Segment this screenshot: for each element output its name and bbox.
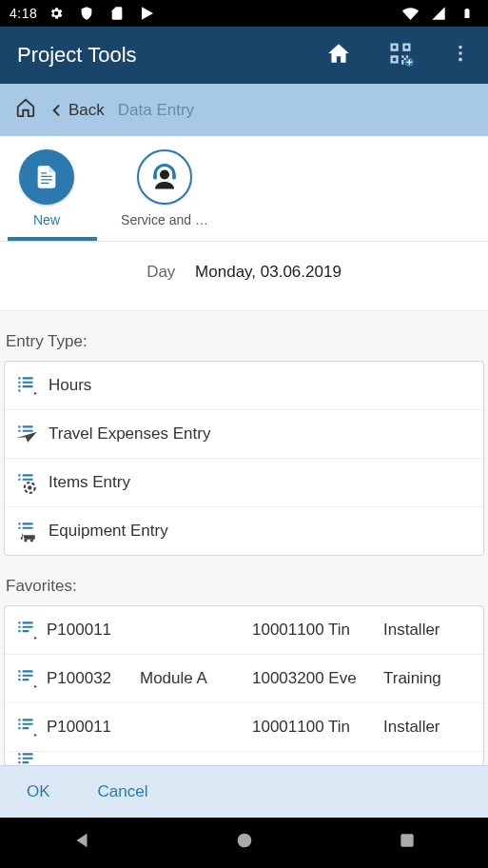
- equipment-icon: [14, 519, 39, 543]
- svg-point-2: [459, 51, 462, 55]
- svg-rect-5: [153, 173, 157, 179]
- favorite-row[interactable]: P100032 Module A 10003200 Eve Training: [5, 655, 483, 703]
- favorite-row[interactable]: P100011 10001100 Tin Installer: [5, 703, 483, 752]
- android-status-bar: 4:18: [0, 0, 488, 27]
- hours-icon: [14, 373, 39, 398]
- tab-service[interactable]: Service and …: [118, 149, 211, 241]
- headset-icon: [137, 149, 192, 205]
- entry-type-items[interactable]: Items Entry: [5, 459, 483, 507]
- breadcrumb-home-icon[interactable]: [15, 97, 36, 123]
- document-icon: [19, 149, 74, 205]
- signal-icon: [427, 2, 450, 25]
- favorite-row-clipped[interactable]: [5, 752, 483, 765]
- nav-back-icon[interactable]: [71, 830, 92, 857]
- list-edit-icon: [14, 666, 39, 691]
- favorites-label: Favorites:: [0, 556, 488, 605]
- breadcrumb-current: Data Entry: [118, 101, 194, 120]
- entry-type-equipment[interactable]: Equipment Entry: [5, 507, 483, 555]
- entry-type-label: Entry Type:: [0, 311, 488, 361]
- favorite-cost: 10001100 Tin: [252, 621, 376, 640]
- favorite-module: Module A: [140, 669, 244, 688]
- svg-point-11: [238, 833, 252, 847]
- breadcrumb: Back Data Entry: [0, 84, 488, 136]
- tab-label: New: [33, 212, 60, 227]
- app-bar: Project Tools: [0, 27, 488, 84]
- content-area: New Service and … Day Monday, 03.06.2019…: [0, 136, 488, 765]
- cancel-button[interactable]: Cancel: [98, 782, 148, 801]
- entry-type-travel[interactable]: Travel Expenses Entry: [5, 410, 483, 459]
- ok-button[interactable]: OK: [27, 782, 50, 801]
- favorite-role: Training: [383, 669, 474, 688]
- app-title: Project Tools: [17, 43, 137, 68]
- svg-rect-12: [400, 834, 413, 846]
- favorite-row[interactable]: P100011 10001100 Tin Installer: [5, 606, 483, 655]
- entry-type-hours[interactable]: Hours: [5, 362, 483, 410]
- svg-point-9: [24, 539, 27, 542]
- favorite-cost: 10001100 Tin: [252, 718, 376, 737]
- settings-icon: [45, 2, 68, 25]
- status-time: 4:18: [10, 6, 37, 21]
- favorite-role: Installer: [383, 621, 474, 640]
- favorite-role: Installer: [383, 718, 474, 737]
- play-store-icon: [136, 2, 159, 25]
- footer-bar: OK Cancel: [0, 765, 488, 818]
- qr-scan-icon[interactable]: [387, 40, 414, 70]
- favorites-list: P100011 10001100 Tin Installer P100032 M…: [4, 605, 484, 765]
- wifi-icon: [399, 2, 421, 25]
- favorite-code: P100011: [47, 718, 132, 737]
- list-edit-icon: [14, 618, 39, 642]
- day-row[interactable]: Day Monday, 03.06.2019: [0, 242, 488, 311]
- entry-type-label: Items Entry: [49, 473, 130, 492]
- entry-type-label: Hours: [49, 376, 91, 395]
- nav-recent-icon[interactable]: [398, 831, 417, 856]
- home-icon[interactable]: [326, 41, 351, 69]
- svg-point-10: [30, 539, 33, 542]
- favorite-code: P100032: [47, 669, 132, 688]
- nav-home-icon[interactable]: [234, 830, 255, 857]
- overflow-menu-icon[interactable]: [450, 43, 471, 68]
- list-edit-icon: [14, 715, 39, 740]
- day-label: Day: [146, 263, 175, 281]
- battery-icon: [456, 2, 478, 25]
- travel-icon: [14, 422, 39, 446]
- day-value: Monday, 03.06.2019: [195, 263, 342, 281]
- sd-card-icon: [106, 2, 128, 25]
- tab-indicator: [8, 237, 97, 241]
- svg-point-3: [459, 58, 462, 62]
- items-icon: [14, 470, 39, 495]
- tab-label: Service and …: [121, 212, 208, 227]
- entry-type-label: Equipment Entry: [49, 522, 168, 541]
- svg-point-1: [459, 46, 462, 49]
- shield-icon: [75, 2, 98, 25]
- android-nav-bar: [0, 818, 488, 868]
- svg-rect-6: [172, 173, 176, 179]
- entry-type-label: Travel Expenses Entry: [49, 424, 210, 444]
- svg-point-4: [160, 170, 169, 180]
- entry-type-list: Hours Travel Expenses Entry Items Entry …: [4, 361, 484, 556]
- list-edit-icon: [14, 752, 39, 765]
- back-label: Back: [68, 101, 105, 120]
- tab-new[interactable]: New: [0, 149, 93, 241]
- tab-strip: New Service and …: [0, 136, 488, 242]
- favorite-code: P100011: [47, 621, 132, 640]
- svg-point-8: [28, 485, 31, 489]
- favorite-cost: 10003200 Eve: [252, 669, 376, 688]
- back-chevron-icon[interactable]: Back: [49, 101, 105, 120]
